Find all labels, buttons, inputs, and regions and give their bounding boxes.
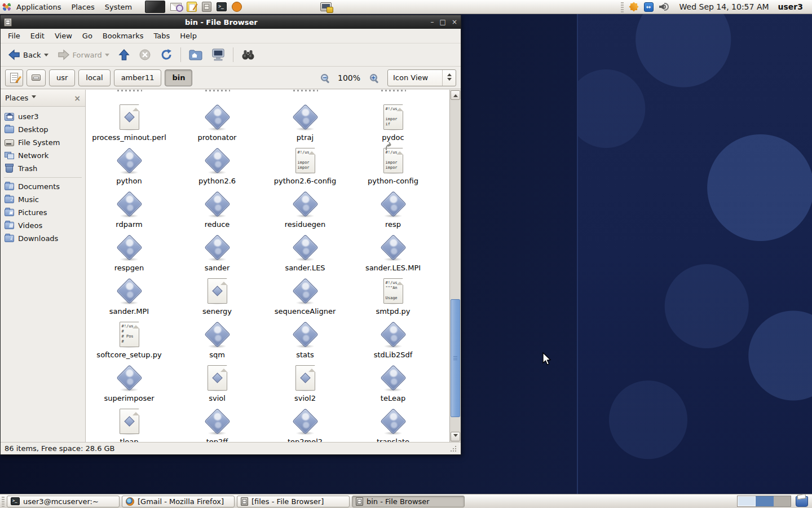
taskbar-window-firefox[interactable]: [Gmail - Mozilla Firefox]	[122, 496, 235, 507]
sidebar-item-documents[interactable]: ▤Documents	[1, 180, 85, 193]
back-button[interactable]: Back	[4, 47, 52, 63]
sidebar-header[interactable]: Places ×	[1, 90, 85, 107]
search-button[interactable]	[237, 46, 259, 63]
terminal-icon[interactable]: >_	[217, 2, 227, 11]
file-item[interactable]: sviol2	[263, 363, 347, 406]
up-button[interactable]	[114, 46, 134, 63]
applet-handle[interactable]	[621, 2, 624, 12]
trash-applet-icon[interactable]	[796, 496, 808, 507]
file-item[interactable]: #!/usimporimporpython2.6-config	[263, 146, 347, 189]
scroll-up-button[interactable]	[451, 90, 460, 100]
file-item[interactable]: process_minout.perl	[87, 102, 171, 146]
close-button[interactable]: ×	[452, 16, 457, 28]
breadcrumb-bin[interactable]: bin	[165, 69, 192, 86]
lock-screen-icon[interactable]	[320, 2, 332, 11]
titlebar[interactable]: bin - File Browser – □ ×	[1, 15, 461, 29]
computer-button[interactable]	[208, 46, 229, 63]
breadcrumb-local[interactable]: local	[78, 69, 110, 86]
file-item[interactable]: #!/us## Pos#softcore_setup.py	[87, 319, 171, 363]
file-item[interactable]: #!/usimporifpydoc	[351, 102, 435, 146]
file-icon-view[interactable]: process_minout.perl protonator ptraj #!/…	[86, 90, 461, 442]
zoom-out-button[interactable]: −	[317, 71, 332, 85]
file-item[interactable]: sqm	[175, 319, 259, 363]
file-item[interactable]: #!/us"""AnUsagesmtpd.py	[351, 276, 435, 319]
home-button[interactable]	[185, 47, 206, 63]
firefox-icon[interactable]	[232, 2, 242, 12]
menu-help[interactable]: Help	[175, 30, 202, 42]
chevron-down-icon[interactable]	[44, 54, 48, 59]
sidebar-item-downloads[interactable]: ↓Downloads	[1, 232, 85, 245]
minimize-button[interactable]: –	[431, 16, 434, 28]
file-item[interactable]: residuegen	[263, 189, 347, 233]
view-mode-arrows[interactable]	[442, 70, 456, 86]
updates-icon[interactable]	[629, 2, 638, 11]
volume-icon[interactable]	[659, 2, 670, 11]
file-item[interactable]: tleap	[87, 406, 171, 442]
menu-go[interactable]: Go	[77, 30, 98, 42]
menu-file[interactable]: File	[3, 30, 25, 42]
file-item[interactable]: sviol	[175, 363, 259, 406]
sidebar-item-network[interactable]: Network	[1, 149, 85, 162]
edit-location-button[interactable]	[5, 69, 23, 86]
zoom-in-button[interactable]: +	[366, 71, 381, 85]
sidebar-close-icon[interactable]: ×	[74, 94, 81, 103]
file-item[interactable]: translate	[351, 406, 435, 442]
workspace-2[interactable]	[756, 496, 774, 506]
maximize-button[interactable]: □	[440, 16, 446, 28]
menu-view[interactable]: View	[50, 30, 77, 42]
file-item[interactable]: protonator	[175, 102, 259, 146]
file-item[interactable]: respgen	[87, 233, 171, 276]
file-item[interactable]: teLeap	[351, 363, 435, 406]
stop-button[interactable]	[135, 46, 155, 63]
file-item[interactable]: resp	[351, 189, 435, 233]
menu-bookmarks[interactable]: Bookmarks	[98, 30, 149, 42]
vertical-scrollbar[interactable]	[449, 90, 461, 442]
file-item[interactable]: sander.LES	[263, 233, 347, 276]
menu-places[interactable]: Places	[66, 0, 99, 14]
breadcrumb-root[interactable]	[27, 69, 46, 86]
file-item[interactable]: rdparm	[87, 189, 171, 233]
text-editor-icon[interactable]	[187, 2, 197, 12]
file-item[interactable]: top2mol2	[263, 406, 347, 442]
sidebar-item-music[interactable]: ♪Music	[1, 193, 85, 206]
sidebar-item-user3[interactable]: user3	[1, 110, 85, 123]
teamviewer-icon[interactable]: ↔	[644, 2, 654, 12]
file-item[interactable]: sander.MPI	[87, 276, 171, 319]
workspace-switcher[interactable]	[737, 496, 791, 507]
menu-tabs[interactable]: Tabs	[148, 30, 175, 42]
taskbar-window-files[interactable]: [files - File Browser]	[237, 496, 350, 507]
sidebar-item-trash[interactable]: Trash	[1, 162, 85, 175]
file-item[interactable]: top2ff	[175, 406, 259, 442]
sidebar-item-filesystem[interactable]: File System	[1, 136, 85, 149]
applet-handle[interactable]	[2, 496, 5, 507]
taskbar-window-terminal[interactable]: >_ user3@mcuserver:~	[7, 496, 120, 507]
forward-button[interactable]: Forward	[54, 47, 113, 63]
reload-button[interactable]	[156, 46, 176, 63]
file-item[interactable]: ptraj	[263, 102, 347, 146]
mail-icon[interactable]	[170, 3, 182, 11]
resize-grip[interactable]	[450, 445, 457, 452]
file-item[interactable]: reduce	[175, 189, 259, 233]
file-manager-icon[interactable]	[202, 2, 211, 12]
view-mode-select[interactable]: Icon View	[387, 69, 456, 86]
scrollbar-thumb[interactable]	[451, 299, 460, 417]
screen-icon[interactable]	[145, 1, 165, 13]
file-item[interactable]: python	[87, 146, 171, 189]
file-item[interactable]: #!/usimporimporpython-config	[351, 146, 435, 189]
file-item[interactable]: stats	[263, 319, 347, 363]
sidebar-item-desktop[interactable]: Desktop	[1, 123, 85, 136]
file-item[interactable]: superimposer	[87, 363, 171, 406]
sidebar-item-videos[interactable]: ▦Videos	[1, 219, 85, 232]
file-item[interactable]: sander.LES.MPI	[351, 233, 435, 276]
breadcrumb-usr[interactable]: usr	[49, 69, 75, 86]
workspace-1[interactable]	[738, 496, 756, 506]
sidebar-item-pictures[interactable]: ▣Pictures	[1, 206, 85, 219]
file-item[interactable]: senergy	[175, 276, 259, 319]
menu-edit[interactable]: Edit	[25, 30, 50, 42]
breadcrumb-amber11[interactable]: amber11	[114, 69, 162, 86]
file-item[interactable]: python2.6	[175, 146, 259, 189]
file-item[interactable]: stdLib2Sdf	[351, 319, 435, 363]
file-item[interactable]: sander	[175, 233, 259, 276]
taskbar-window-bin[interactable]: bin - File Browser	[352, 496, 465, 507]
panel-clock[interactable]: Wed Sep 14, 10:57 AM	[676, 2, 773, 11]
